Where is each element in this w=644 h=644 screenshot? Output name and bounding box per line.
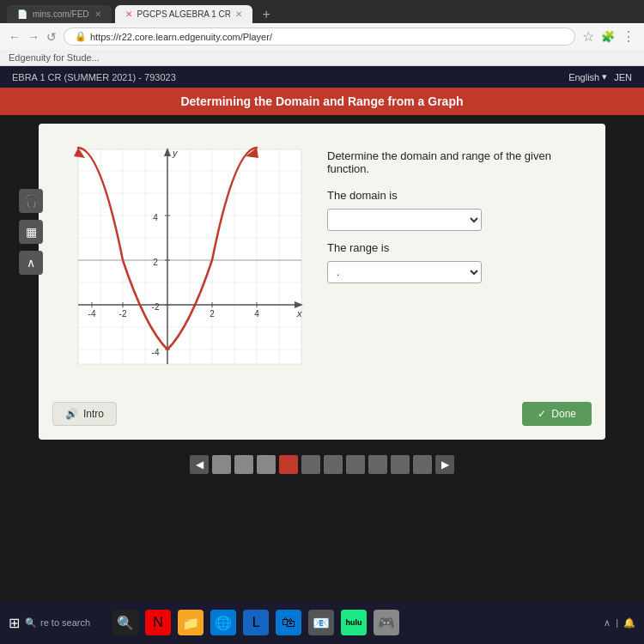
progress-block-6[interactable] (324, 455, 343, 474)
app-title: EBRA 1 CR (SUMMER 2021) - 793023 (12, 72, 176, 82)
intro-button[interactable]: 🔊 Intro (52, 402, 117, 426)
range-label: The range is (327, 241, 592, 254)
headphones-icon[interactable]: 🎧 (19, 189, 43, 213)
svg-text:4: 4 (254, 309, 259, 319)
checkmark-icon: ✓ (538, 408, 546, 420)
question-instruction: Determine the domain and range of the gi… (327, 149, 592, 175)
notification-icon: 🔔 (623, 617, 635, 629)
app-header: EBRA 1 CR (SUMMER 2021) - 793023 English… (0, 66, 644, 88)
graph-container: y x -4 -2 2 4 4 2 -2 -4 (52, 141, 310, 381)
language-selector[interactable]: English ▾ (568, 71, 607, 82)
progress-bar-area: ◀ ▶ (0, 448, 644, 481)
address-bar: ← → ↺ 🔒 https://r22.core.learn.edgenuity… (0, 23, 644, 50)
progress-block-5[interactable] (301, 455, 320, 474)
app-header-right: English ▾ JEN (568, 71, 632, 82)
svg-text:-4: -4 (88, 309, 96, 319)
tab1-close[interactable]: ✕ (94, 9, 101, 19)
graph-svg: y x -4 -2 2 4 4 2 -2 -4 (52, 141, 310, 381)
menu-icon[interactable]: ⋮ (622, 28, 635, 45)
tab-bar: 📄 mins.com/FED ✕ ✕ PGCPS ALGEBRA 1 CR (S… (0, 0, 644, 23)
intro-label: Intro (83, 408, 104, 420)
nav-forward[interactable]: → (27, 30, 39, 44)
progress-block-1[interactable] (212, 455, 231, 474)
taskbar-icon-edge[interactable]: 🌐 (210, 610, 236, 635)
tab2-favicon: ✕ (125, 9, 132, 19)
tab-1[interactable]: 📄 mins.com/FED ✕ (7, 5, 112, 23)
progress-block-4[interactable] (279, 455, 298, 474)
svg-text:2: 2 (210, 309, 215, 319)
range-field-group: The range is . all real numbers y ≥ -2 y… (327, 241, 592, 283)
question-panel: Determine the domain and range of the gi… (327, 141, 592, 381)
lesson-header: Determining the Domain and Range from a … (0, 88, 644, 115)
taskbar-icons: 🔍 N 📁 🌐 L 🛍 📧 hulu 🎮 (112, 610, 399, 635)
sidebar-icons: 🎧 ▦ ∧ (19, 189, 43, 275)
nav-back[interactable]: ← (9, 30, 21, 44)
calculator-icon[interactable]: ▦ (19, 220, 43, 244)
extension-icon[interactable]: 🧩 (601, 30, 615, 43)
tab1-favicon: 📄 (17, 9, 27, 19)
progress-block-7[interactable] (346, 455, 365, 474)
svg-text:-4: -4 (152, 348, 160, 357)
star-icon[interactable]: ☆ (582, 28, 594, 45)
domain-select[interactable]: all real numbers x ≥ 0 x ≥ -2 (327, 209, 482, 231)
progress-block-9[interactable] (391, 455, 410, 474)
search-label: re to search (40, 617, 90, 628)
bookmark-label[interactable]: Edgenuity for Stude... (9, 52, 100, 63)
taskbar-icon-hulu[interactable]: hulu (341, 610, 367, 635)
bottom-bar: 🔊 Intro ✓ Done (52, 395, 592, 426)
progress-block-10[interactable] (413, 455, 432, 474)
domain-field-group: The domain is all real numbers x ≥ 0 x ≥… (327, 189, 592, 231)
done-label: Done (551, 408, 576, 420)
taskbar-icon-mail[interactable]: 📧 (308, 610, 334, 635)
nav-refresh[interactable]: ↺ (46, 30, 57, 44)
taskbar-icon-netflix[interactable]: N (145, 610, 171, 635)
taskbar-icon-search[interactable]: 🔍 (112, 610, 138, 635)
taskbar-icon-blue[interactable]: L (243, 610, 269, 635)
taskbar-icon-folder[interactable]: 📁 (178, 610, 204, 635)
progress-block-8[interactable] (368, 455, 387, 474)
taskbar-icon-misc[interactable]: 🎮 (374, 610, 399, 635)
svg-text:x: x (296, 308, 302, 319)
address-input[interactable]: 🔒 https://r22.core.learn.edgenuity.com/P… (64, 27, 575, 46)
search-icon: 🔍 (25, 617, 37, 629)
chevron-down-icon: ▾ (602, 71, 607, 82)
new-tab-button[interactable]: + (256, 7, 277, 22)
question-area: y x -4 -2 2 4 4 2 -2 -4 (52, 141, 592, 381)
taskbar-search[interactable]: 🔍 re to search (25, 617, 90, 629)
svg-text:-2: -2 (152, 302, 160, 312)
progress-block-2[interactable] (234, 455, 253, 474)
speaker-icon: 🔊 (65, 408, 78, 420)
tab-2[interactable]: ✕ PGCPS ALGEBRA 1 CR (SUMME ✕ (115, 5, 252, 23)
progress-prev[interactable]: ◀ (190, 455, 209, 474)
taskbar: ⊞ 🔍 re to search 🔍 N 📁 🌐 L 🛍 📧 hulu 🎮 ∧ … (0, 601, 644, 644)
taskbar-right: ∧ | 🔔 (604, 617, 635, 629)
tab1-label: mins.com/FED (33, 9, 89, 19)
content-card: y x -4 -2 2 4 4 2 -2 -4 (39, 124, 605, 440)
svg-text:2: 2 (153, 258, 158, 267)
bookmark-bar: Edgenuity for Stude... (0, 50, 644, 66)
lock-icon: 🔒 (75, 31, 87, 42)
tab2-label: PGCPS ALGEBRA 1 CR (SUMME (137, 9, 230, 19)
progress-block-3[interactable] (257, 455, 276, 474)
windows-button[interactable]: ⊞ (9, 615, 20, 631)
taskbar-icon-store[interactable]: 🛍 (276, 610, 301, 635)
language-label: English (568, 72, 599, 82)
lesson-title: Determining the Domain and Range from a … (12, 94, 632, 108)
collapse-icon[interactable]: ∧ (19, 251, 43, 275)
range-select[interactable]: . all real numbers y ≥ -2 y ≥ 0 (327, 261, 482, 283)
browser-chrome: 📄 mins.com/FED ✕ ✕ PGCPS ALGEBRA 1 CR (S… (0, 0, 644, 66)
url-text: https://r22.core.learn.edgenuity.com/Pla… (90, 32, 272, 42)
tab2-close[interactable]: ✕ (235, 9, 242, 19)
taskbar-divider: | (616, 617, 618, 628)
system-tray-icon: ∧ (604, 617, 611, 629)
done-button[interactable]: ✓ Done (522, 402, 592, 426)
username-label: JEN (614, 72, 632, 82)
svg-text:-2: -2 (119, 309, 127, 319)
main-content: 🎧 ▦ ∧ (0, 115, 644, 448)
progress-next[interactable]: ▶ (435, 455, 454, 474)
domain-label: The domain is (327, 189, 592, 202)
svg-text:4: 4 (153, 213, 158, 222)
